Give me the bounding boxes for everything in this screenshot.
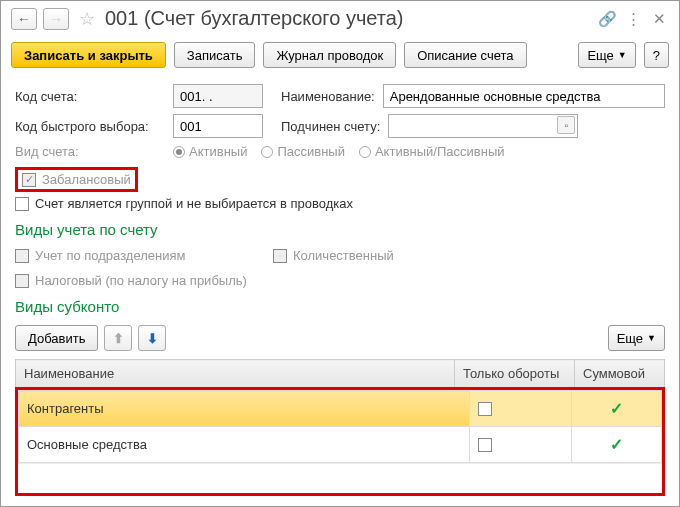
cell-name: Основные средства — [19, 427, 470, 463]
offbalance-checkbox — [22, 173, 36, 187]
radio-active-label: Активный — [189, 144, 247, 159]
arrow-up-icon: ⬆ — [113, 331, 124, 346]
description-button[interactable]: Описание счета — [404, 42, 526, 68]
parent-label: Подчинен счету: — [281, 119, 380, 134]
radio-active[interactable]: Активный — [173, 144, 247, 159]
quick-code-input[interactable] — [173, 114, 263, 138]
bydept-checkbox — [15, 249, 29, 263]
name-label: Наименование: — [281, 89, 375, 104]
move-down-button[interactable]: ⬇ — [138, 325, 166, 351]
code-label: Код счета: — [15, 89, 165, 104]
radio-dot-icon — [359, 146, 371, 158]
cell-turnover[interactable] — [469, 427, 571, 463]
more-label: Еще — [587, 48, 613, 63]
cell-turnover[interactable] — [469, 391, 571, 427]
close-icon[interactable]: ✕ — [649, 9, 669, 29]
code-input[interactable] — [173, 84, 263, 108]
isgroup-label: Счет является группой и не выбирается в … — [35, 196, 353, 211]
sub-more-button[interactable]: Еще ▼ — [608, 325, 665, 351]
cell-sum[interactable]: ✓ — [572, 427, 662, 463]
forward-button[interactable]: → — [43, 8, 69, 30]
journal-button[interactable]: Журнал проводок — [263, 42, 396, 68]
type-label: Вид счета: — [15, 144, 165, 159]
table-row[interactable]: Контрагенты✓ — [19, 391, 662, 427]
check-icon: ✓ — [610, 400, 623, 417]
radio-passive-label: Пассивный — [277, 144, 345, 159]
link-icon[interactable]: 🔗 — [597, 9, 617, 29]
parent-picker-icon[interactable]: ▫ — [557, 116, 575, 134]
quantitative-label: Количественный — [293, 248, 394, 263]
chevron-down-icon: ▼ — [647, 333, 656, 343]
kebab-menu-icon[interactable]: ⋮ — [623, 9, 643, 29]
favorite-star-icon[interactable]: ☆ — [79, 8, 95, 30]
cell-sum[interactable]: ✓ — [572, 391, 662, 427]
col-sum[interactable]: Суммовой — [575, 360, 665, 388]
radio-active-passive[interactable]: Активный/Пассивный — [359, 144, 505, 159]
tax-label: Налоговый (по налогу на прибыль) — [35, 273, 247, 288]
name-input[interactable] — [383, 84, 665, 108]
more-button[interactable]: Еще ▼ — [578, 42, 635, 68]
offbalance-label: Забалансовый — [42, 172, 131, 187]
col-turnover[interactable]: Только обороты — [455, 360, 575, 388]
parent-input[interactable] — [388, 114, 578, 138]
quantitative-checkbox — [273, 249, 287, 263]
sub-more-label: Еще — [617, 331, 643, 346]
section-accounting-types: Виды учета по счету — [15, 221, 665, 238]
check-icon: ✓ — [610, 436, 623, 453]
tax-checkbox — [15, 274, 29, 288]
offbalance-highlight: Забалансовый — [15, 167, 138, 192]
radio-dot-icon — [261, 146, 273, 158]
save-button[interactable]: Записать — [174, 42, 256, 68]
radio-dot-icon — [173, 146, 185, 158]
arrow-down-icon: ⬇ — [147, 331, 158, 346]
help-button[interactable]: ? — [644, 42, 669, 68]
add-button[interactable]: Добавить — [15, 325, 98, 351]
window-title: 001 (Счет бухгалтерского учета) — [105, 7, 591, 30]
move-up-button[interactable]: ⬆ — [104, 325, 132, 351]
col-name[interactable]: Наименование — [16, 360, 455, 388]
back-button[interactable]: ← — [11, 8, 37, 30]
table-row[interactable]: Основные средства✓ — [19, 427, 662, 463]
radio-both-label: Активный/Пассивный — [375, 144, 505, 159]
save-and-close-button[interactable]: Записать и закрыть — [11, 42, 166, 68]
chevron-down-icon: ▼ — [618, 50, 627, 60]
bydept-label: Учет по подразделениям — [35, 248, 185, 263]
cell-name: Контрагенты — [19, 391, 470, 427]
quick-code-label: Код быстрого выбора: — [15, 119, 165, 134]
turnover-checkbox[interactable] — [478, 438, 492, 452]
radio-passive[interactable]: Пассивный — [261, 144, 345, 159]
turnover-checkbox[interactable] — [478, 402, 492, 416]
section-subkonto: Виды субконто — [15, 298, 665, 315]
isgroup-checkbox[interactable] — [15, 197, 29, 211]
subkonto-table: Наименование Только обороты Суммовой — [15, 359, 665, 388]
